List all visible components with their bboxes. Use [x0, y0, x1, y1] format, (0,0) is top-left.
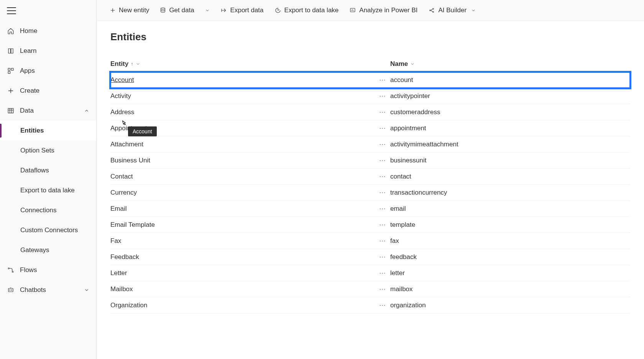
svg-rect-1 — [12, 68, 13, 70]
subnav-label: Dataflows — [20, 167, 49, 174]
more-actions-button[interactable]: ··· — [379, 189, 386, 196]
entity-link[interactable]: Address — [110, 108, 134, 116]
cmd-export-data-lake[interactable]: Export to data lake — [270, 3, 343, 18]
entity-link[interactable]: Currency — [110, 189, 137, 197]
more-actions-button[interactable]: ··· — [379, 173, 386, 180]
nav-label: Create — [20, 87, 39, 95]
entity-link[interactable]: Attachment — [110, 141, 143, 148]
nav-label: Apps — [20, 67, 35, 75]
nav-label: Flows — [20, 266, 37, 274]
entity-link[interactable]: Letter — [110, 269, 127, 277]
sort-ascending-icon: ↑ — [131, 61, 133, 67]
table-row[interactable]: Feedback···feedback — [110, 249, 630, 265]
subnav-custom-connectors[interactable]: Custom Connectors — [0, 220, 96, 240]
entity-name-value: activitypointer — [390, 92, 430, 100]
more-actions-button[interactable]: ··· — [379, 76, 386, 84]
more-actions-button[interactable]: ··· — [379, 237, 386, 244]
entity-link[interactable]: Business Unit — [110, 157, 150, 164]
cmd-get-data-dropdown[interactable] — [200, 3, 214, 18]
svg-rect-3 — [8, 108, 13, 113]
svg-point-13 — [433, 11, 434, 13]
entity-link[interactable]: Fax — [110, 237, 121, 245]
entity-link[interactable]: Feedback — [110, 253, 139, 261]
more-actions-button[interactable]: ··· — [379, 157, 386, 164]
table-row[interactable]: Currency···transactioncurrency — [110, 185, 630, 201]
more-actions-button[interactable]: ··· — [379, 205, 386, 212]
more-actions-button[interactable]: ··· — [379, 221, 386, 228]
hamburger-menu-button[interactable] — [7, 7, 16, 14]
table-row[interactable]: Appointment···appointment — [110, 120, 630, 136]
cmd-ai-builder[interactable]: AI Builder — [424, 3, 480, 18]
column-header-entity[interactable]: Entity ↑ — [110, 60, 375, 68]
entity-link[interactable]: Email — [110, 205, 127, 213]
command-bar: New entity Get data Export data — [97, 0, 644, 21]
export-icon — [220, 7, 227, 13]
more-actions-button[interactable]: ··· — [379, 141, 386, 148]
sidebar: Home Learn Apps Create — [0, 0, 97, 359]
entity-link[interactable]: Mailbox — [110, 285, 133, 293]
entity-name-value: letter — [390, 269, 405, 277]
home-icon — [7, 27, 15, 35]
svg-rect-2 — [8, 72, 10, 74]
table-row[interactable]: Email Template···template — [110, 217, 630, 233]
cmd-new-entity[interactable]: New entity — [105, 3, 154, 18]
subnav-connections[interactable]: Connections — [0, 200, 96, 220]
nav-home[interactable]: Home — [0, 21, 96, 41]
nav-learn[interactable]: Learn — [0, 41, 96, 61]
entity-name-value: contact — [390, 173, 411, 180]
cmd-export-data[interactable]: Export data — [216, 3, 268, 18]
chevron-up-icon — [84, 108, 89, 113]
content-area: Entities Entity ↑ Name — [97, 21, 644, 359]
entity-link[interactable]: Email Template — [110, 221, 155, 229]
more-actions-button[interactable]: ··· — [379, 285, 386, 293]
subnav-entities[interactable]: Entities — [0, 121, 96, 141]
table-row[interactable]: Mailbox···mailbox — [110, 281, 630, 297]
subnav-dataflows[interactable]: Dataflows — [0, 161, 96, 180]
nav-chatbots[interactable]: Chatbots — [0, 280, 96, 300]
more-actions-button[interactable]: ··· — [379, 302, 386, 309]
chatbot-icon — [7, 286, 15, 294]
table-body: Account···accountActivity···activitypoin… — [110, 72, 630, 313]
nav-create[interactable]: Create — [0, 81, 96, 101]
nav-data[interactable]: Data — [0, 101, 96, 121]
plus-icon — [110, 7, 116, 13]
table-row[interactable]: Email···email — [110, 201, 630, 217]
entity-name-value: organization — [390, 302, 426, 309]
entity-link[interactable]: Organization — [110, 302, 147, 309]
table-row[interactable]: Fax···fax — [110, 233, 630, 249]
entity-link[interactable]: Contact — [110, 173, 133, 180]
svg-point-12 — [433, 8, 434, 10]
nav-flows[interactable]: Flows — [0, 260, 96, 280]
entity-link[interactable]: Account — [110, 76, 134, 84]
nav-label: Home — [20, 27, 37, 35]
subnav-gateways[interactable]: Gateways — [0, 240, 96, 260]
cmd-get-data[interactable]: Get data — [155, 3, 199, 18]
more-actions-button[interactable]: ··· — [379, 125, 386, 132]
subnav-option-sets[interactable]: Option Sets — [0, 141, 96, 161]
chevron-down-icon — [471, 8, 476, 13]
more-actions-button[interactable]: ··· — [379, 253, 386, 261]
entity-link[interactable]: Appointment — [110, 125, 147, 132]
nav-label: Chatbots — [20, 286, 46, 294]
cmd-analyze-powerbi[interactable]: Analyze in Power BI — [345, 3, 422, 18]
chart-icon — [349, 7, 356, 13]
table-row[interactable]: Address···customeraddress — [110, 104, 630, 120]
column-header-name[interactable]: Name — [390, 60, 630, 68]
more-actions-button[interactable]: ··· — [379, 108, 386, 116]
more-actions-button[interactable]: ··· — [379, 92, 386, 100]
subnav-export-data-lake[interactable]: Export to data lake — [0, 180, 96, 200]
table-row[interactable]: Business Unit···businessunit — [110, 152, 630, 169]
table-row[interactable]: Contact···contact — [110, 169, 630, 185]
table-row[interactable]: Attachment···activitymimeattachment — [110, 136, 630, 152]
entities-table: Entity ↑ Name — [110, 58, 630, 313]
cmd-label: Get data — [169, 7, 194, 14]
table-row[interactable]: Account···account — [110, 72, 630, 88]
table-row[interactable]: Organization···organization — [110, 297, 630, 313]
more-actions-button[interactable]: ··· — [379, 269, 386, 277]
nav-apps[interactable]: Apps — [0, 61, 96, 81]
table-row[interactable]: Activity···activitypointer — [110, 88, 630, 104]
entity-name-value: fax — [390, 237, 399, 245]
apps-icon — [7, 67, 15, 75]
table-row[interactable]: Letter···letter — [110, 265, 630, 281]
entity-link[interactable]: Activity — [110, 92, 131, 100]
